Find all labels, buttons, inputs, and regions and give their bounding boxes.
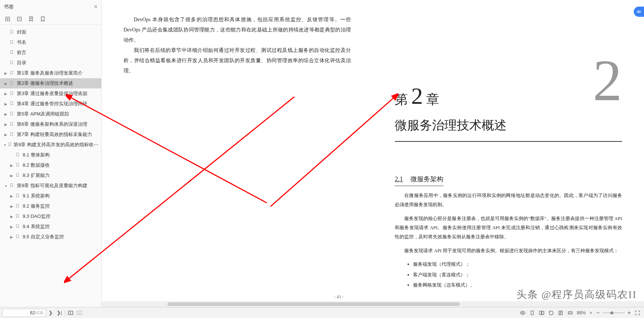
list-item: 客户端发现（直连模式）； [413, 270, 622, 280]
bookmark-item[interactable]: ▶9.3 DAO监控 [0, 211, 101, 222]
scrollbar-thumb[interactable] [167, 302, 460, 306]
bookmark-item[interactable]: ▶9.1 系统架构 [0, 191, 101, 201]
body-paragraph: DevOps 本身就包含了很多的治理思想和具体措施，包括应用系统监控、反馈管理等… [124, 15, 351, 45]
nav-back-button[interactable] [66, 309, 75, 317]
horizontal-scrollbar[interactable] [102, 301, 644, 307]
bookmark-list[interactable]: 封面书名前言目录▶第1章 服务及服务治理发展简介▶第2章 微服务治理技术概述▶第… [0, 25, 101, 307]
body-paragraph: 在微服务应用中，服务实例的运行环境和实例的网络地址都是动态变化的。因此，客户端为… [395, 191, 622, 209]
current-page: 62 [5, 310, 35, 315]
bookmark-ribbon-icon [10, 29, 15, 35]
bookmark-ribbon-icon [10, 111, 15, 117]
expand-arrow-icon[interactable]: ▶ [10, 204, 14, 208]
nav-forward-button[interactable] [75, 309, 84, 317]
bookmark-item[interactable]: ▶9.4 系统监控 [0, 222, 101, 232]
bookmark-item[interactable]: ▶第3章 通过服务度量提供治理依据 [0, 88, 101, 99]
bookmark-ribbon-icon [10, 70, 15, 76]
zoom-in-button[interactable]: + [628, 310, 631, 316]
bookmark-icon[interactable] [28, 16, 34, 22]
helper-badge-icon[interactable] [634, 7, 644, 17]
bookmark-ribbon-icon [10, 132, 15, 138]
bookmark-ribbon-icon [15, 173, 21, 179]
svg-rect-22 [568, 311, 572, 314]
bookmark-item[interactable]: ▶9.5 自定义业务监控 [0, 232, 101, 242]
expand-arrow-icon[interactable]: ▶ [4, 112, 8, 116]
bookmark-label: 第3章 通过服务度量提供治理依据 [17, 90, 87, 97]
bullet-list: 服务端发现（代理模式）；客户端发现（直连模式）；服务网格发现（边车模式）。 [413, 259, 622, 291]
close-icon[interactable]: × [94, 3, 98, 11]
expand-arrow-icon[interactable]: ▶ [10, 215, 14, 219]
expand-arrow-icon[interactable]: ▶ [4, 102, 8, 106]
text-reflow-icon[interactable] [558, 310, 564, 316]
bookmark-item[interactable]: 前言 [0, 48, 101, 58]
bookmark-item[interactable]: ▶9.2 服务监控 [0, 201, 101, 211]
body-paragraph: 服务发现的核心部分是服务注册表，也就是可用服务实例的"数据库"。服务注册表提供一… [395, 214, 622, 241]
expand-arrow-icon[interactable]: ▶ [10, 225, 14, 229]
bookmark-item[interactable]: 封面 [0, 27, 101, 37]
separator [65, 310, 65, 316]
bookmark-item[interactable]: ▶8.3 扩展能力 [0, 170, 101, 181]
status-bar: 62 /438 ❯ ❯| 86% ▼ − + [0, 307, 644, 318]
expand-arrow-icon[interactable]: ▶ [4, 133, 8, 137]
bookmark-label: 目录 [17, 60, 26, 66]
single-page-icon[interactable] [529, 310, 535, 316]
remove-bookmark-icon[interactable] [16, 16, 23, 22]
bookmark-item[interactable]: ▶第2章 微服务治理技术概述 [0, 78, 101, 88]
bookmark-item[interactable]: ▾第9章 指标可视化及度量能力构建 [0, 181, 101, 191]
zoom-dropdown-icon[interactable]: ▼ [589, 311, 592, 315]
fullscreen-icon[interactable] [634, 310, 640, 316]
bookmark-ribbon-icon [10, 121, 15, 128]
expand-arrow-icon[interactable]: ▶ [10, 163, 14, 167]
expand-arrow-icon[interactable]: ▶ [10, 235, 14, 239]
expand-arrow-icon[interactable]: ▶ [4, 92, 8, 96]
svg-rect-13 [77, 311, 82, 314]
two-page-icon[interactable] [539, 310, 545, 316]
bookmark-label: 封面 [17, 29, 26, 35]
bookmark-item[interactable]: ▶第1章 服务及服务治理发展简介 [0, 68, 101, 78]
bookmark-label: 前言 [17, 49, 26, 56]
expand-arrow-icon[interactable]: ▶ [4, 82, 8, 86]
page-input[interactable]: 62 /438 [2, 309, 46, 317]
page-number: ◦ 43 ◦ [334, 294, 344, 300]
svg-rect-15 [531, 311, 534, 315]
bookmark-item[interactable]: 书名 [0, 37, 101, 48]
document-viewer: DevOps 本身就包含了很多的治理思想和具体措施，包括应用系统监控、反馈管理等… [102, 0, 644, 307]
bookmark-ribbon-icon [15, 193, 21, 199]
expand-arrow-icon[interactable]: ▶ [4, 122, 8, 126]
expand-arrow-icon[interactable]: ▶ [10, 194, 14, 198]
expand-arrow-icon[interactable]: ▾ [4, 143, 6, 147]
section-heading: 2.1 微服务架构 [395, 175, 443, 186]
bookmark-ribbon-icon [10, 91, 15, 97]
zoom-slider[interactable] [603, 311, 625, 315]
zoom-out-button[interactable]: − [596, 310, 599, 316]
bookmark-label: 8.1 整体架构 [23, 152, 50, 158]
bookmark-ribbon-icon [10, 39, 15, 46]
fit-width-icon[interactable] [567, 310, 573, 316]
svg-rect-16 [539, 311, 541, 314]
bookmark-item[interactable]: ▶第6章 微服务架构体系的深度治理 [0, 119, 101, 129]
last-page-button[interactable]: ❯| [55, 309, 64, 317]
sidebar-title: 书签 [4, 4, 14, 10]
rotate-icon[interactable] [548, 310, 554, 316]
bookmark-item[interactable]: ▶8.2 数据接收 [0, 160, 101, 170]
bookmarks-sidebar: 书签 × 封面书名前言目录▶第1章 服务及服务治理发展简介▶第2章 微服务治理技… [0, 0, 102, 307]
bookmark-item[interactable]: 目录 [0, 58, 101, 68]
next-page-button[interactable]: ❯ [46, 309, 55, 317]
bookmark-item[interactable]: ▶第5章 APM及调用链跟踪 [0, 109, 101, 119]
bookmark-label: 8.3 扩展能力 [23, 172, 50, 179]
bookmark-item[interactable]: ▶第4章 通过服务管控实现治理闭环 [0, 99, 101, 109]
read-mode-icon[interactable] [520, 310, 526, 316]
bookmark-outline-icon[interactable] [39, 16, 46, 22]
bookmark-ribbon-icon [8, 142, 12, 148]
bookmark-item[interactable]: ▶第7章 构建轻量高效的指标采集能力 [0, 129, 101, 140]
expand-arrow-icon[interactable]: ▶ [10, 174, 14, 178]
bookmark-label: 第8章 构建支持高并发的高效的指标收⋯ [14, 141, 98, 148]
expand-arrow-icon[interactable]: ▶ [4, 71, 8, 75]
add-bookmark-icon[interactable] [4, 16, 11, 22]
section-number: 2.1 [395, 175, 403, 183]
svg-point-8 [639, 11, 641, 13]
bookmark-label: 9.5 自定义业务监控 [23, 234, 64, 240]
bookmark-item[interactable]: ▾第8章 构建支持高并发的高效的指标收⋯ [0, 140, 101, 150]
expand-arrow-icon[interactable]: ▾ [4, 184, 8, 188]
svg-rect-12 [68, 311, 73, 314]
bookmark-item[interactable]: 8.1 整体架构 [0, 150, 101, 160]
